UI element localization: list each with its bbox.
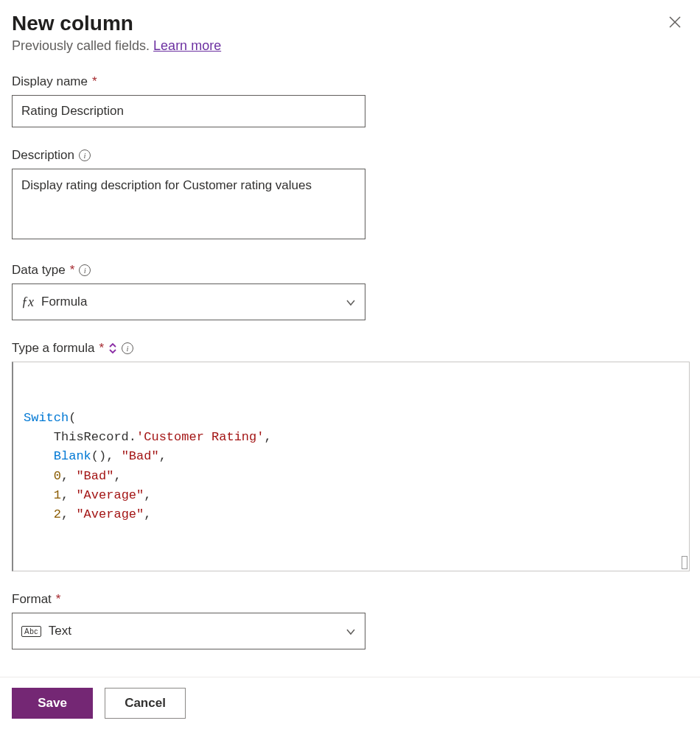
cancel-button[interactable]: Cancel [105,688,186,719]
chevron-down-icon [346,297,356,307]
subtitle-text: Previously called fields. [12,38,153,53]
data-type-label: Data type * i [12,263,688,278]
formula-icon: ƒx [21,295,34,310]
format-label-text: Format [12,592,52,607]
close-button[interactable] [662,12,688,35]
display-name-input[interactable] [12,95,365,127]
formula-label: Type a formula * i [12,341,688,356]
panel-subtitle: Previously called fields. Learn more [12,38,221,54]
required-asterisk: * [99,341,104,356]
required-asterisk: * [70,263,75,278]
format-value: Text [49,624,71,638]
display-name-label-text: Display name [12,74,88,89]
data-type-select[interactable]: ƒx Formula [12,284,365,320]
formula-label-text: Type a formula [12,341,94,356]
required-asterisk: * [56,592,61,607]
scrollbar-handle[interactable] [682,556,687,569]
data-type-value: Formula [41,295,87,309]
formula-editor[interactable]: Switch( ThisRecord.'Customer Rating', Bl… [12,362,690,571]
close-icon [668,15,682,29]
format-select[interactable]: Abc Text [12,613,365,649]
learn-more-link[interactable]: Learn more [153,38,221,53]
description-input[interactable] [12,169,365,239]
info-icon[interactable]: i [79,149,91,161]
format-label: Format * [12,592,688,607]
description-label: Description i [12,148,688,163]
description-label-text: Description [12,148,74,163]
footer-bar: Save Cancel [0,677,700,729]
expand-icon[interactable] [108,342,117,354]
save-button[interactable]: Save [12,688,93,719]
data-type-label-text: Data type [12,263,66,278]
info-icon[interactable]: i [122,342,133,354]
chevron-down-icon [346,626,356,636]
text-type-icon: Abc [21,626,41,637]
info-icon[interactable]: i [79,264,91,276]
required-asterisk: * [92,74,97,89]
display-name-label: Display name * [12,74,688,89]
panel-title: New column [12,12,221,35]
